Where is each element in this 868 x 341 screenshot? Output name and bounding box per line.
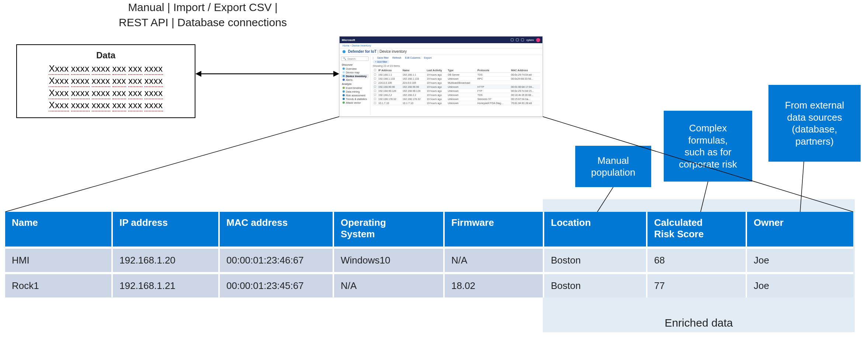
cell: 192.168.90.126 [377, 89, 402, 93]
column-header: Owner [746, 212, 853, 248]
help-icon[interactable] [521, 38, 524, 41]
sidebar-item-label: Event timeline [346, 87, 362, 89]
cell: 192.168.2.2 [402, 93, 426, 97]
search-input[interactable]: 🔍 Search [341, 56, 369, 61]
bidirectional-arrow-icon [195, 66, 339, 81]
add-filter-button[interactable]: + Add filter [373, 60, 389, 63]
svg-line-3 [5, 117, 339, 212]
table-row[interactable]: 10.1.7.1010.1.7.1019 hours agoUnknownHon… [373, 101, 540, 105]
svg-marker-2 [333, 71, 339, 77]
sidebar-item[interactable]: Attack vector [341, 101, 369, 104]
column-header[interactable]: IP Address [377, 68, 402, 73]
column-header: Firmware [444, 212, 544, 248]
data-row: Xxxxxxxxxxxxxxxxxxxxxx [27, 63, 185, 75]
notif-icon[interactable] [511, 38, 514, 41]
cell: 19 hours ago [426, 89, 447, 93]
sidebar-item[interactable]: Event timeline [341, 86, 369, 90]
table-row[interactable]: 224.0.0.105224.0.0.10519 hours agoMultic… [373, 81, 540, 85]
cell: 192.168.90.126 [402, 89, 426, 93]
sidebar-item-label: Alerts [346, 79, 353, 81]
column-header[interactable]: Name [402, 68, 426, 73]
cell: 192.168.178.32 [377, 97, 402, 101]
cell: 19 hours ago [426, 73, 447, 77]
sidebar-item-icon [343, 98, 345, 100]
column-header: Name [5, 212, 112, 248]
settings-icon[interactable] [516, 38, 519, 41]
cell: 19 hours ago [426, 97, 447, 101]
cell: Unknown [447, 89, 476, 93]
cell: 19 hours ago [426, 101, 447, 105]
cell: 10.1.7.10 [402, 101, 426, 105]
data-row: Xxxxxxxxxxxxxxxxxxxxxx [27, 100, 185, 111]
cell: Honeywell FDA Diag... [476, 101, 510, 105]
cell: 192.168.1.1 [402, 73, 426, 77]
callout-external: From externaldata sources(database,partn… [768, 85, 861, 162]
table-row[interactable]: 192.168.2.2192.168.2.219 hours agoUnknow… [373, 93, 540, 97]
column-header[interactable]: MAC Address [510, 68, 540, 73]
app-brand: Microsoft [342, 38, 355, 42]
table-row[interactable]: 192.168.178.32192.168.178.3219 hours ago… [373, 97, 540, 101]
sidebar-item-icon [343, 68, 345, 70]
cell: 192.168.90.90 [377, 85, 402, 89]
export-button[interactable]: Export [424, 56, 431, 59]
cell: 00:00:01:23:45:67 [219, 273, 333, 297]
cell: 224.0.0.105 [377, 81, 402, 85]
cell: 00:0c:29:74:04:a6 [510, 73, 540, 77]
side-group-analyze: Analyze [342, 83, 369, 85]
cell: Unknown [447, 101, 476, 105]
app-user: cyberx [526, 39, 534, 41]
sidebar-item-label: Overview [346, 68, 357, 70]
app-sidebar: 🔍 Search Discover OverviewDevice mapDevi… [340, 55, 371, 115]
callout-manual: Manualpopulation [575, 146, 651, 187]
cell: Boston [544, 273, 647, 297]
page-title-section: Device inventory [379, 49, 407, 54]
save-filter-button[interactable]: Save filter [377, 56, 389, 59]
sidebar-item-label: Risk assessment [346, 94, 365, 97]
sidebar-item[interactable]: Alerts [341, 78, 369, 82]
cell: Unknown [447, 85, 476, 89]
cell: 192.168.1.20 [112, 248, 219, 273]
cell: 19 hours ago [426, 77, 447, 81]
sidebar-item-label: Data mining [346, 90, 360, 93]
cell: N/A [333, 273, 444, 297]
sidebar-item[interactable]: Device inventory [341, 74, 369, 78]
cell: 192.168.1.21 [112, 273, 219, 297]
breadcrumb[interactable]: Home › Device Inventory [340, 43, 542, 48]
sidebar-item[interactable]: Data mining [341, 90, 369, 93]
top-caption: Manual | Import / Export CSV |REST API |… [100, 0, 306, 30]
sidebar-item-label: Device map [346, 71, 360, 74]
cell: Windows10 [333, 248, 444, 273]
data-box-title: Data [27, 50, 185, 61]
avatar[interactable] [536, 38, 540, 42]
sidebar-item-icon [343, 75, 345, 77]
sidebar-item[interactable]: Overview [341, 67, 369, 70]
column-header[interactable]: Type [447, 68, 476, 73]
table-row[interactable]: 192.168.90.90192.168.90.9019 hours agoUn… [373, 85, 540, 89]
sidebar-item[interactable]: Risk assessment [341, 93, 369, 97]
edit-columns-button[interactable]: Edit Columns [405, 56, 420, 59]
cell: Unknown [447, 97, 476, 101]
sidebar-item[interactable]: Device map [341, 70, 369, 74]
cell: TDS [476, 93, 510, 97]
table-row[interactable]: 192.168.1.133192.168.1.13319 hours agoUn… [373, 77, 540, 81]
column-header[interactable]: Last Activity [426, 68, 447, 73]
refresh-button[interactable]: Refresh [392, 56, 402, 59]
sidebar-item[interactable]: Trends & statistics [341, 97, 369, 101]
app-toolbar: | Save filter Refresh Edit Columns Expor… [373, 56, 540, 59]
cell: 192.168.2.2 [377, 93, 402, 97]
cell: 19 hours ago [426, 93, 447, 97]
column-header[interactable]: Protocols [476, 68, 510, 73]
column-header: IP address [112, 212, 219, 248]
cell: 00:15:67:bb:ba... [510, 97, 540, 101]
side-group-discover: Discover [342, 63, 369, 66]
cell: HTTP [476, 85, 510, 89]
table-row[interactable]: 192.168.1.1192.168.1.119 hours agoDB Ser… [373, 73, 540, 77]
shield-icon [343, 50, 346, 53]
cell: 224.0.0.105 [402, 81, 426, 85]
table-row[interactable]: 192.168.90.126192.168.90.12619 hours ago… [373, 89, 540, 93]
cell: 00:00:01:23:46:67 [219, 248, 333, 273]
cell: 70:81:84:81:28:e8 [510, 101, 540, 105]
cell: RPC [476, 77, 510, 81]
cell: Unknown [447, 77, 476, 81]
cell [476, 81, 510, 85]
